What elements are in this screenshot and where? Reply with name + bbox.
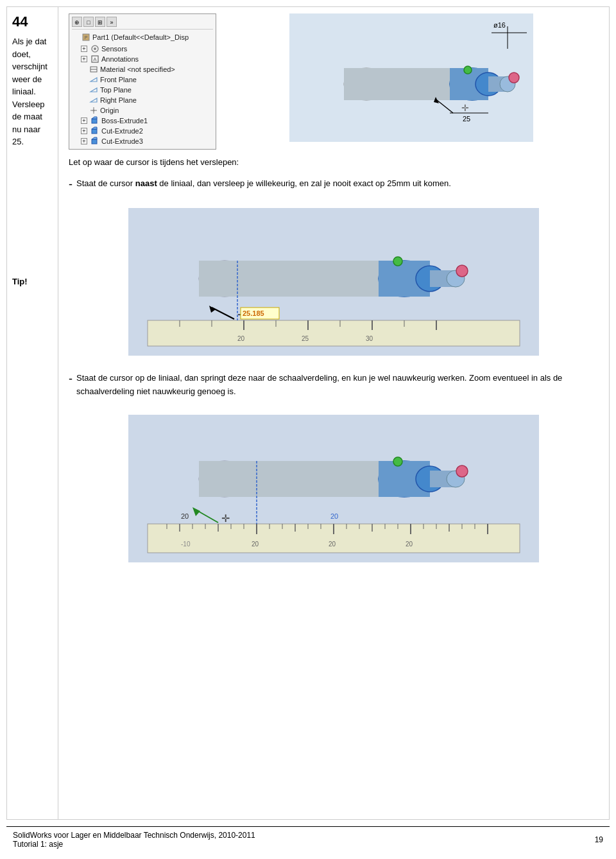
- tree-item-material[interactable]: Material <not specified>: [72, 64, 213, 74]
- page-wrapper: 44 Als je dat doet, verschijnt weer de l…: [0, 0, 616, 859]
- svg-point-29: [509, 73, 519, 83]
- tree-item-cut-extrude2[interactable]: + Cut-Extrude2: [72, 126, 213, 136]
- tree-label-boss-extrude1: Boss-Extrude1: [101, 117, 148, 125]
- svg-text:ø16: ø16: [493, 21, 506, 29]
- model-image-bot: 20 20 20 -10: [69, 412, 599, 566]
- tree-item-cut-extrude3[interactable]: + Cut-Extrude3: [72, 136, 213, 146]
- svg-text:20: 20: [329, 541, 336, 548]
- svg-rect-54: [199, 261, 404, 297]
- tree-label-cut-extrude2: Cut-Extrude2: [101, 127, 143, 135]
- left-column: 44 Als je dat doet, verschijnt weer de l…: [7, 7, 58, 819]
- svg-point-13: [93, 110, 95, 112]
- part-icon: P: [81, 33, 90, 42]
- tree-item-sensors[interactable]: + Sensors: [72, 44, 213, 54]
- svg-text:-10: -10: [181, 541, 191, 548]
- tree-item-annotations[interactable]: + A Annotations: [72, 54, 213, 64]
- svg-marker-9: [90, 88, 97, 92]
- cut-extrude3-icon: [90, 137, 99, 146]
- model-svg-mid: 20 25 30: [128, 208, 539, 356]
- bullet-1-bold: naast: [135, 178, 157, 188]
- svg-text:P: P: [85, 35, 88, 40]
- svg-marker-15: [92, 117, 97, 119]
- footer-left: SolidWorks voor Lager en Middelbaar Tech…: [13, 831, 255, 849]
- tree-label-cut-extrude3: Cut-Extrude3: [101, 137, 143, 145]
- svg-text:✛: ✛: [221, 513, 230, 524]
- solidworks-tree: ⊕ □ ⊞ » P Part1 (Default<<Default>_Disp: [69, 13, 216, 150]
- tree-label-right-plane: Right Plane: [100, 96, 137, 104]
- svg-rect-40: [148, 320, 520, 346]
- main-content: 44 Als je dat doet, verschijnt weer de l…: [6, 6, 610, 820]
- toolbar-icon-3[interactable]: ⊞: [95, 17, 105, 27]
- boss-extrude-icon: [90, 116, 99, 125]
- toolbar-icon-2[interactable]: □: [83, 17, 94, 27]
- toolbar-icon-1[interactable]: ⊕: [72, 17, 82, 27]
- tip-label: Tip!: [12, 277, 28, 286]
- svg-marker-10: [90, 98, 97, 102]
- bullet-2-text: Staat de cursor op de liniaal, dan sprin…: [76, 373, 562, 396]
- tree-item-right-plane[interactable]: Right Plane: [72, 95, 213, 105]
- tree-label-annotations: Annotations: [101, 55, 139, 63]
- tree-item-boss-extrude1[interactable]: + Boss-Extrude1: [72, 116, 213, 126]
- tip-bullet-2: - Staat de cursor op de liniaal, dan spr…: [69, 372, 599, 399]
- bullet-2-content: Staat de cursor op de liniaal, dan sprin…: [76, 372, 599, 399]
- svg-rect-14: [92, 119, 97, 123]
- front-plane-icon: [89, 75, 98, 84]
- model-image-top: ø16 25 ✛: [224, 13, 599, 142]
- svg-text:30: 30: [366, 335, 373, 342]
- tree-item-front-plane[interactable]: Front Plane: [72, 74, 213, 85]
- svg-marker-17: [92, 127, 97, 129]
- bullet-1-text: Staat de cursor: [76, 178, 135, 188]
- model-svg-top: ø16 25 ✛: [289, 13, 533, 142]
- top-section: ⊕ □ ⊞ » P Part1 (Default<<Default>_Disp: [69, 13, 599, 150]
- footer: SolidWorks voor Lager en Middelbaar Tech…: [6, 826, 610, 853]
- svg-rect-16: [92, 129, 97, 134]
- bullet-1-text2: de liniaal, dan versleep je willekeurig,…: [157, 178, 451, 188]
- svg-marker-8: [90, 78, 97, 82]
- svg-text:20: 20: [406, 541, 413, 548]
- material-icon: [89, 65, 98, 74]
- tree-label-origin: Origin: [100, 107, 119, 114]
- expand-cut-extrude2[interactable]: +: [81, 128, 87, 134]
- tip-bullet-1: - Staat de cursor naast de liniaal, dan …: [69, 177, 599, 192]
- sw-toolbar: ⊕ □ ⊞ »: [72, 17, 213, 30]
- tree-item-origin[interactable]: Origin: [72, 105, 213, 116]
- model-image-mid: 20 25 30: [69, 205, 599, 359]
- annotation-icon: A: [90, 55, 99, 64]
- step-text: Als je dat doet, verschijnt weer de lini…: [12, 35, 53, 148]
- tip-intro: Let op waar de cursor is tijdens het ver…: [69, 156, 599, 169]
- svg-rect-18: [92, 139, 97, 144]
- expand-sensors[interactable]: +: [81, 46, 87, 52]
- svg-marker-19: [92, 137, 97, 139]
- cut-extrude2-icon: [90, 126, 99, 135]
- tree-root-label: Part1 (Default<<Default>_Disp: [92, 33, 189, 41]
- right-plane-icon: [89, 96, 98, 105]
- bullet-2-dash: -: [69, 372, 73, 399]
- svg-text:20: 20: [252, 541, 259, 548]
- tree-root: P Part1 (Default<<Default>_Disp: [72, 32, 213, 42]
- svg-point-30: [464, 66, 472, 74]
- tree-label-sensors: Sensors: [101, 45, 127, 53]
- tip-section: Let op waar de cursor is tijdens het ver…: [69, 156, 599, 571]
- expand-annotations[interactable]: +: [81, 56, 87, 62]
- tree-label-material: Material <not specified>: [100, 65, 175, 73]
- svg-text:20: 20: [330, 512, 338, 520]
- svg-text:✛: ✛: [461, 103, 469, 113]
- tree-item-top-plane[interactable]: Top Plane: [72, 85, 213, 95]
- svg-point-3: [94, 48, 96, 50]
- svg-text:25: 25: [463, 115, 470, 123]
- tree-label-top-plane: Top Plane: [100, 86, 132, 94]
- svg-point-109: [456, 465, 468, 477]
- svg-text:20: 20: [181, 512, 189, 520]
- toolbar-icon-expand[interactable]: »: [107, 17, 117, 27]
- svg-point-110: [393, 457, 402, 466]
- footer-title: SolidWorks voor Lager en Middelbaar Tech…: [13, 831, 255, 840]
- expand-boss-extrude1[interactable]: +: [81, 117, 87, 124]
- svg-point-61: [456, 265, 468, 277]
- bullet-1-content: Staat de cursor naast de liniaal, dan ve…: [76, 177, 451, 192]
- origin-icon: [89, 106, 98, 115]
- svg-rect-102: [199, 461, 404, 497]
- expand-cut-extrude3[interactable]: +: [81, 138, 87, 144]
- sensor-icon: [90, 44, 99, 53]
- svg-text:20: 20: [237, 335, 245, 342]
- footer-subtitle: Tutorial 1: asje: [13, 840, 255, 849]
